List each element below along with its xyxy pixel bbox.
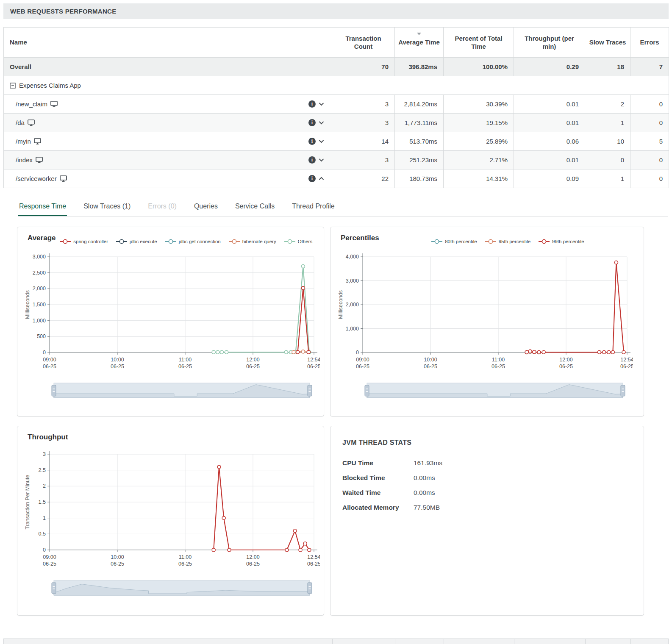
chevron-down-icon[interactable] xyxy=(319,121,324,125)
tab-response-time[interactable]: Response Time xyxy=(18,199,67,216)
endpoint-name[interactable]: /serviceworker xyxy=(16,175,57,182)
monitor-icon xyxy=(28,119,35,126)
tab-queries[interactable]: Queries xyxy=(193,199,219,216)
column-header-throughput[interactable]: Throughput (per min) xyxy=(514,28,585,58)
column-header-name[interactable]: Name xyxy=(4,28,332,58)
table-row[interactable]: /index 3251.23ms2.71%0.0100 xyxy=(4,151,669,169)
info-icon[interactable] xyxy=(308,100,316,108)
section-title-bar: WEB REQUESTS PERFORMANCE xyxy=(3,3,669,19)
svg-text:06-25: 06-25 xyxy=(246,364,260,369)
svg-text:1,000: 1,000 xyxy=(346,326,359,332)
svg-text:06-25: 06-25 xyxy=(424,364,437,369)
legend-item[interactable]: 80th percentile xyxy=(431,239,477,244)
svg-text:06-25: 06-25 xyxy=(178,364,192,369)
table-row-overall[interactable]: Overall 70 396.82ms 100.00% 0.29 18 7 xyxy=(4,58,669,76)
svg-text:09:00: 09:00 xyxy=(43,357,56,363)
chevron-down-icon[interactable] xyxy=(319,102,324,106)
column-header-transaction-count[interactable]: Transaction Count xyxy=(332,28,395,58)
chevron-down-icon[interactable] xyxy=(319,139,324,143)
svg-text:1: 1 xyxy=(43,515,46,521)
svg-text:06-25: 06-25 xyxy=(492,364,505,369)
endpoint-name[interactable]: /new_claim xyxy=(16,100,47,108)
svg-text:2,500: 2,500 xyxy=(33,270,46,276)
svg-text:2: 2 xyxy=(43,483,46,489)
legend-percentiles: 80th percentile 95th percentile 99th per… xyxy=(379,239,636,244)
svg-text:12:54: 12:54 xyxy=(620,357,633,363)
legend-item[interactable]: jdbc get connection xyxy=(165,239,221,244)
svg-text:3: 3 xyxy=(43,451,46,457)
table-row[interactable]: /da 31,773.11ms19.15%0.0110 xyxy=(4,114,669,132)
tab-thread-profile[interactable]: Thread Profile xyxy=(291,199,336,216)
info-icon[interactable] xyxy=(308,156,316,164)
range-handle[interactable] xyxy=(621,385,625,396)
svg-text:2,000: 2,000 xyxy=(33,286,46,291)
legend-item[interactable]: hibernate query xyxy=(228,239,276,244)
range-handle[interactable] xyxy=(365,385,369,396)
legend-marker-icon xyxy=(485,239,497,244)
svg-text:0: 0 xyxy=(43,547,46,553)
column-header-errors[interactable]: Errors xyxy=(630,28,669,58)
tab-errors: Errors (0) xyxy=(147,199,178,216)
web-requests-table: Name Transaction Count Average Time Perc… xyxy=(3,27,669,188)
svg-text:3,000: 3,000 xyxy=(346,278,359,284)
column-header-slow-traces[interactable]: Slow Traces xyxy=(585,28,630,58)
legend-marker-icon xyxy=(284,239,296,244)
range-handle[interactable] xyxy=(308,385,312,396)
range-handle[interactable] xyxy=(308,583,312,594)
page-title: WEB REQUESTS PERFORMANCE xyxy=(3,8,117,15)
legend-item[interactable]: 95th percentile xyxy=(485,239,530,244)
legend-item[interactable]: 99th percentile xyxy=(538,239,584,244)
svg-text:Milliseconds: Milliseconds xyxy=(25,290,31,319)
table-row[interactable]: /myin 14513.70ms25.89%0.06105 xyxy=(4,132,669,151)
jvm-stat-row: CPU Time161.93ms xyxy=(342,459,644,467)
legend-item[interactable]: spring controller xyxy=(59,239,108,244)
range-handle[interactable] xyxy=(52,583,56,594)
legend-marker-icon xyxy=(165,239,177,244)
collapse-group-icon[interactable] xyxy=(10,83,16,89)
monitor-icon xyxy=(34,138,41,144)
time-range-selector[interactable] xyxy=(50,579,314,597)
svg-text:06-25: 06-25 xyxy=(356,364,369,369)
jvm-stat-row: Blocked Time0.00ms xyxy=(342,474,644,482)
svg-text:4,000: 4,000 xyxy=(346,254,359,260)
jvm-stat-row: Waited Time0.00ms xyxy=(342,489,644,497)
table-row[interactable]: /serviceworker 22180.73ms14.31%0.0910 xyxy=(4,169,669,188)
column-header-average-time[interactable]: Average Time xyxy=(395,28,444,58)
monitor-icon xyxy=(36,157,43,163)
chart-title-throughput: Throughput xyxy=(28,433,68,441)
svg-text:06-25: 06-25 xyxy=(178,561,192,567)
legend-item[interactable]: Others xyxy=(284,239,313,244)
legend-marker-icon xyxy=(116,239,128,244)
chevron-down-icon[interactable] xyxy=(319,158,324,162)
svg-text:2,000: 2,000 xyxy=(346,302,359,308)
column-header-percent-total[interactable]: Percent of Total Time xyxy=(444,28,514,58)
info-icon[interactable] xyxy=(308,175,316,182)
info-icon[interactable] xyxy=(308,119,316,126)
legend-marker-icon xyxy=(431,239,443,244)
throughput-line-chart: 09:0006-2510:0006-2511:0006-2512:0006-25… xyxy=(22,443,320,575)
table-header-row: Name Transaction Count Average Time Perc… xyxy=(4,28,669,58)
time-range-selector[interactable] xyxy=(363,381,627,400)
legend-average: spring controller jdbc execute jdbc get … xyxy=(56,239,316,244)
endpoint-name[interactable]: /index xyxy=(16,156,33,164)
svg-text:10:00: 10:00 xyxy=(424,357,437,363)
range-handle[interactable] xyxy=(52,385,56,396)
group-name: Expenses Claims App xyxy=(19,82,81,89)
table-row[interactable]: /new_claim 32,814.20ms30.39%0.0120 xyxy=(4,95,669,114)
average-line-chart: 09:0006-2510:0006-2511:0006-2512:0006-25… xyxy=(22,246,320,377)
svg-text:06-25: 06-25 xyxy=(620,364,633,369)
overall-label: Overall xyxy=(4,58,332,76)
tab-slow-traces[interactable]: Slow Traces (1) xyxy=(83,199,131,216)
monitor-icon xyxy=(60,175,67,182)
svg-text:0: 0 xyxy=(356,350,359,355)
endpoint-name[interactable]: /myin xyxy=(16,138,31,145)
info-icon[interactable] xyxy=(308,138,316,145)
chevron-up-icon[interactable] xyxy=(319,177,324,180)
time-range-selector[interactable] xyxy=(50,381,314,400)
jvm-thread-stats-panel: JVM THREAD STATS CPU Time161.93ms Blocke… xyxy=(330,426,644,616)
legend-item[interactable]: jdbc execute xyxy=(116,239,157,244)
endpoint-name[interactable]: /da xyxy=(16,119,25,126)
table-group-row[interactable]: Expenses Claims App xyxy=(4,76,669,95)
tab-service-calls[interactable]: Service Calls xyxy=(234,199,275,216)
sort-desc-icon xyxy=(417,33,421,35)
